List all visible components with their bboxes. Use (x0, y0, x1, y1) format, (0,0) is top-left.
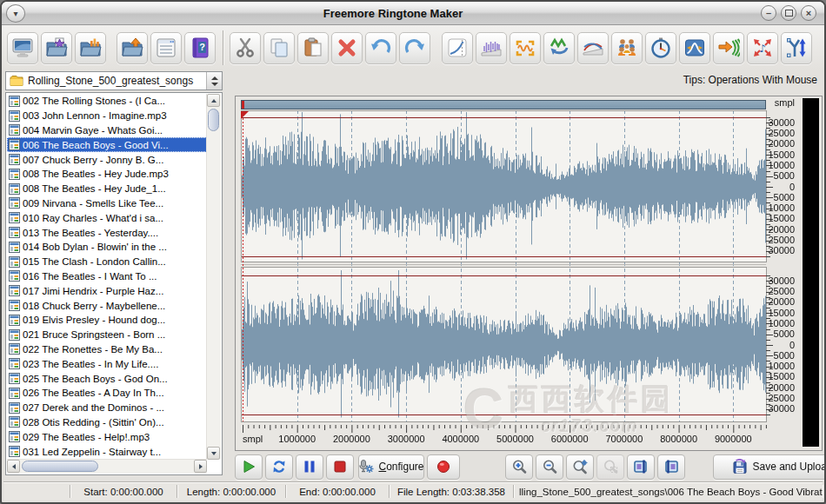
list-item[interactable]: 029 The Beatles - Help!.mp3 (7, 429, 207, 444)
band-filter-button[interactable] (679, 32, 710, 64)
time-tick-label: 5000000 (496, 434, 534, 444)
list-item[interactable]: 026 The Beatles - A Day In Th... (7, 386, 207, 401)
delete-button[interactable] (331, 32, 363, 64)
zoom-selection-button[interactable] (596, 454, 624, 480)
song-list: 002 The Rolling Stones - (I Ca...003 Joh… (5, 92, 223, 475)
list-item[interactable]: 008 The Beatles - Hey Jude_1... (7, 182, 207, 196)
amplitude-tick-label: 20000 (768, 224, 795, 235)
list-item[interactable]: 014 Bob Dylan - Blowin' in the ... (7, 240, 207, 255)
list-item[interactable]: 013 The Beatles - Yesterday.... (7, 225, 207, 240)
list-item[interactable]: 009 Nirvana - Smells Like Tee... (7, 196, 207, 211)
vertical-scroll-thumb[interactable] (208, 109, 219, 131)
redo-button[interactable] (399, 32, 430, 64)
save-and-upload-button[interactable]: Save and Upload (713, 454, 826, 480)
list-item[interactable]: 018 Chuck Berry - Maybellene... (7, 298, 207, 313)
scroll-right-button[interactable] (194, 460, 207, 473)
list-item[interactable]: 028 Otis Redding - (Sittin' On)... (7, 415, 207, 430)
list-item-label: 015 The Clash - London Callin... (23, 256, 166, 267)
amplitude-tick-label: 15000 (768, 213, 795, 223)
scroll-up-button[interactable] (207, 94, 220, 107)
undo-button[interactable] (365, 32, 396, 64)
audio-file-icon (9, 242, 20, 253)
minimize-button[interactable]: – (761, 5, 776, 21)
list-item[interactable]: 007 Chuck Berry - Jonny B. G... (7, 152, 207, 167)
list-item[interactable]: 023 The Beatles - In My Life.... (7, 356, 207, 371)
open-media-button[interactable] (75, 32, 106, 64)
loop-button[interactable] (265, 454, 293, 480)
amplitude-tick-label: 0 (789, 340, 795, 350)
paste-button[interactable] (297, 32, 329, 64)
cut-button[interactable] (230, 32, 261, 64)
list-item[interactable]: 003 John Lennon - Imagine.mp3 (7, 109, 207, 123)
expand-button[interactable]: ♪ (747, 32, 778, 64)
scroll-down-button[interactable] (207, 447, 220, 460)
zoom-in-button[interactable] (505, 454, 533, 480)
audio-file-icon (9, 169, 20, 180)
main-toolbar: ?♪ (2, 25, 824, 70)
file-list-button[interactable] (150, 32, 182, 64)
copy-button[interactable] (263, 32, 295, 64)
amplify-button[interactable] (476, 32, 507, 64)
folder-dropdown-spinner[interactable] (206, 72, 222, 90)
list-item[interactable]: 025 The Beach Boys - God On... (7, 371, 207, 386)
list-item[interactable]: 022 The Ronettes - Be My Ba... (7, 342, 207, 357)
list-item[interactable]: 016 The Beatles - I Want To ... (7, 269, 207, 284)
horizontal-scrollbar[interactable] (7, 459, 207, 474)
record-button[interactable] (427, 454, 460, 480)
list-item[interactable]: 010 Ray Charles - What'd i sa... (7, 210, 207, 225)
envelope-button[interactable] (577, 32, 609, 64)
toolbar-separator (223, 30, 224, 65)
maximize-icon (785, 10, 793, 17)
computer-button[interactable] (7, 32, 38, 64)
amplitude-tick-label: 15000 (768, 149, 795, 160)
play-button[interactable] (235, 454, 263, 480)
audio-file-icon (9, 300, 20, 311)
audio-file-icon (9, 139, 20, 150)
view-selection-start-button[interactable] (627, 454, 655, 480)
fade-in-button[interactable] (442, 32, 473, 64)
list-item[interactable]: 002 The Rolling Stones - (I Ca... (7, 94, 207, 109)
zoom-settings-button[interactable] (566, 454, 594, 480)
normalize-button[interactable] (510, 32, 541, 64)
horizontal-scroll-thumb[interactable] (22, 461, 98, 472)
pitch-button[interactable] (781, 32, 812, 64)
folder-dropdown[interactable]: Rolling_Stone_500_greatest_songs (5, 71, 223, 90)
time-stretch-button[interactable] (645, 32, 676, 64)
system-menu-button[interactable]: ▾ (6, 4, 25, 23)
list-item[interactable]: 004 Marvin Gaye - Whats Goi... (7, 123, 207, 138)
open-file-button[interactable] (41, 32, 72, 64)
list-item[interactable]: 008 The Beatles - Hey Jude.mp3 (7, 167, 207, 182)
time-tick-label: 2000000 (333, 434, 370, 444)
amplitude-tick-label: 15000 (768, 371, 795, 381)
configure-button[interactable]: Configure (358, 454, 424, 480)
vertical-scrollbar[interactable] (206, 94, 221, 460)
load-audio-button[interactable] (117, 32, 148, 64)
list-item[interactable]: 031 Led Zeppelin - Stairway t... (7, 444, 207, 459)
list-item[interactable]: 017 Jimi Hendrix - Purple Haz... (7, 283, 207, 298)
help-button[interactable]: ? (184, 32, 216, 64)
maximize-button[interactable] (781, 5, 796, 21)
configure-icon (358, 459, 374, 474)
list-item[interactable]: 019 Elvis Presley - Hound dog... (7, 313, 207, 328)
view-selection-end-button[interactable] (657, 454, 685, 480)
convert-button[interactable] (713, 32, 744, 64)
list-item[interactable]: 021 Bruce Springsteen - Born ... (7, 328, 207, 342)
list-item[interactable]: 006 The Beach Boys - Good Vi... (7, 137, 207, 152)
audio-file-icon (9, 212, 20, 223)
scroll-left-button[interactable] (7, 460, 20, 473)
system-menu-icon: ▾ (13, 9, 17, 18)
time-tick-label: 7000000 (605, 434, 643, 444)
list-item[interactable]: 015 The Clash - London Callin... (7, 255, 207, 269)
stop-button[interactable] (326, 454, 354, 480)
reverse-button[interactable] (543, 32, 575, 64)
audio-file-icon (9, 270, 20, 282)
pause-button[interactable] (296, 454, 323, 480)
waveform-display[interactable] (236, 96, 822, 448)
close-button[interactable]: × (801, 5, 816, 21)
list-item[interactable]: 027 Derek and the Dominos - ... (7, 401, 207, 415)
amplitude-tick-label: 20000 (768, 382, 795, 393)
overview-bar[interactable] (241, 100, 766, 109)
scroll-down-icon (211, 452, 216, 455)
zoom-out-button[interactable] (536, 454, 563, 480)
chorus-button[interactable] (611, 32, 643, 64)
